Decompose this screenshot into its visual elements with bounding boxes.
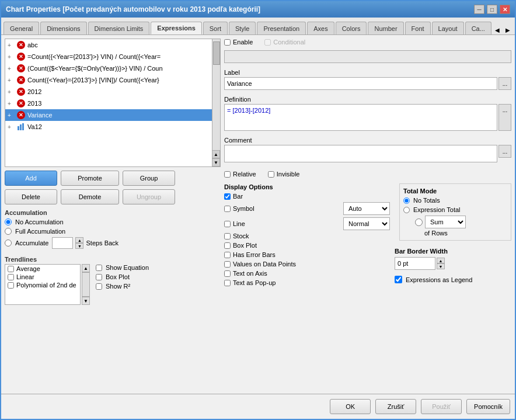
tab-font[interactable]: Font bbox=[405, 22, 431, 34]
trendline-average[interactable]: Average bbox=[5, 265, 80, 273]
scrollbar-thumb[interactable] bbox=[213, 41, 220, 65]
steps-spinner: ▲ ▼ bbox=[75, 237, 83, 249]
ok-button[interactable]: OK bbox=[330, 399, 371, 414]
scroll-up-arrow[interactable]: ▲ bbox=[212, 150, 220, 158]
demote-button[interactable]: Demote bbox=[61, 189, 119, 204]
radio-no-totals[interactable]: No Totals bbox=[403, 197, 507, 204]
sum-select[interactable]: Sum Min Max Avg bbox=[425, 216, 466, 228]
expression-list[interactable]: + ✕ abc + ✕ =Count({<Year={2013'}>} VIN)… bbox=[5, 39, 221, 167]
maximize-button[interactable]: □ bbox=[487, 5, 497, 14]
tab-layout[interactable]: Layout bbox=[432, 22, 464, 34]
check-box-plot[interactable]: Box Plot bbox=[96, 273, 149, 280]
relative-checkbox[interactable] bbox=[224, 171, 231, 178]
stock-checkbox[interactable] bbox=[224, 233, 231, 239]
tab-axes[interactable]: Axes bbox=[307, 22, 334, 34]
tab-presentation[interactable]: Presentation bbox=[257, 22, 306, 34]
trendline-poly[interactable]: Polynomial of 2nd de bbox=[5, 281, 80, 289]
tab-colors[interactable]: Colors bbox=[336, 22, 367, 34]
bar-border-input[interactable] bbox=[395, 257, 435, 270]
border-spinner: ▲ ▼ bbox=[437, 258, 445, 269]
tab-nav-left[interactable]: ◀ bbox=[493, 26, 502, 34]
conditional-field[interactable] bbox=[224, 50, 511, 63]
expr-legend-checkbox[interactable] bbox=[395, 276, 402, 283]
relative-check[interactable]: Relative bbox=[224, 171, 256, 178]
trendline-linear[interactable]: Linear bbox=[5, 273, 80, 281]
steps-up-btn[interactable]: ▲ bbox=[75, 237, 83, 243]
radio-no-accum-label: No Accumulation bbox=[15, 218, 64, 225]
symbol-checkbox[interactable] bbox=[224, 206, 231, 212]
close-button[interactable]: ✕ bbox=[500, 5, 510, 14]
total-mode-section: Total Mode No Totals Expression Total bbox=[399, 183, 511, 241]
conditional-check[interactable]: Conditional bbox=[264, 39, 305, 46]
tab-dimensions[interactable]: Dimensions bbox=[40, 22, 86, 34]
radio-full-accumulation[interactable]: Full Accumulation bbox=[5, 228, 221, 235]
error-bars-checkbox[interactable] bbox=[224, 252, 231, 258]
line-select[interactable]: Normal Thin Thick bbox=[343, 217, 390, 230]
bar-checkbox[interactable] bbox=[224, 193, 231, 200]
border-down-btn[interactable]: ▼ bbox=[437, 263, 445, 269]
group-button[interactable]: Group bbox=[123, 171, 175, 186]
border-up-btn[interactable]: ▲ bbox=[437, 258, 445, 263]
trendlines-down-btn[interactable]: ▼ bbox=[82, 297, 90, 305]
values-checkbox[interactable] bbox=[224, 261, 231, 268]
minimize-button[interactable]: ─ bbox=[474, 5, 484, 14]
trendline-linear-label: Linear bbox=[16, 273, 34, 280]
popup-checkbox[interactable] bbox=[224, 280, 231, 286]
line-checkbox[interactable] bbox=[224, 221, 231, 227]
label-title: Label bbox=[224, 69, 511, 76]
display-error-bars-row: Has Error Bars bbox=[224, 251, 390, 258]
radio-expr-total[interactable]: Expression Total bbox=[403, 206, 507, 213]
enable-check[interactable]: Enable bbox=[224, 39, 253, 46]
label-expand-btn[interactable]: ... bbox=[498, 77, 511, 90]
expr-item-2[interactable]: + ✕ (Count({$<Year={$(=Only(Year))}>} VI… bbox=[5, 63, 220, 74]
comment-field[interactable] bbox=[224, 145, 497, 162]
text-axis-checkbox[interactable] bbox=[224, 270, 231, 277]
label-input[interactable] bbox=[224, 77, 497, 90]
tab-sort[interactable]: Sort bbox=[203, 22, 228, 34]
definition-expand-btn[interactable]: ... bbox=[498, 104, 511, 131]
tab-nav-right[interactable]: ▶ bbox=[503, 26, 512, 34]
expr-item-2012[interactable]: + ✕ 2012 bbox=[5, 86, 220, 98]
comment-expand-btn[interactable]: ... bbox=[498, 145, 511, 158]
promote-button[interactable]: Promote bbox=[61, 171, 119, 186]
ungroup-button[interactable]: Ungroup bbox=[123, 189, 175, 204]
accumulation-title: Accumulation bbox=[5, 209, 221, 216]
check-show-equation[interactable]: Show Equation bbox=[96, 264, 149, 271]
conditional-checkbox[interactable] bbox=[264, 39, 271, 46]
expr-item-1[interactable]: + ✕ =Count({<Year={2013'}>} VIN) / Count… bbox=[5, 51, 220, 63]
apply-button[interactable]: Použiť bbox=[421, 399, 462, 414]
expr-item-variance[interactable]: + ✕ Variance bbox=[5, 109, 220, 121]
invisible-check[interactable]: Invisible bbox=[268, 171, 300, 178]
label-input-row: ... bbox=[224, 77, 511, 90]
trendlines-list[interactable]: Average Linear Polynomial of 2nd de bbox=[5, 264, 81, 305]
expr-item-va12[interactable]: + Va12 bbox=[5, 121, 220, 133]
steps-down-btn[interactable]: ▼ bbox=[75, 243, 83, 249]
definition-field[interactable]: = [2013]-[2012] bbox=[224, 104, 497, 131]
invisible-checkbox[interactable] bbox=[268, 171, 274, 178]
tab-number[interactable]: Number bbox=[368, 22, 403, 34]
add-button[interactable]: Add bbox=[5, 171, 57, 186]
expr-item-abc[interactable]: + ✕ abc bbox=[5, 39, 220, 51]
trendlines-up-btn[interactable]: ▲ bbox=[82, 264, 90, 272]
radio-accumulate-steps[interactable]: Accumulate 10 ▲ ▼ Steps Back bbox=[5, 237, 221, 249]
tab-expressions[interactable]: Expressions bbox=[151, 22, 201, 34]
expr-item-2013[interactable]: + ✕ 2013 bbox=[5, 98, 220, 109]
trendlines-section: Trendlines Average Linear Polynomial of … bbox=[5, 254, 221, 305]
expr-legend-row[interactable]: Expressions as Legend bbox=[395, 276, 511, 283]
expression-list-scrollbar[interactable]: ▲ ▼ bbox=[212, 39, 220, 166]
tab-general[interactable]: General bbox=[4, 22, 39, 34]
expr-item-3[interactable]: + ✕ Count({<Year}={2013'}>} [VIN])/ Coun… bbox=[5, 74, 220, 86]
symbol-select[interactable]: Auto Circle Square bbox=[343, 202, 390, 215]
radio-no-accumulation[interactable]: No Accumulation bbox=[5, 218, 221, 225]
tab-ca[interactable]: Ca... bbox=[465, 22, 491, 34]
boxplot-checkbox[interactable] bbox=[224, 242, 231, 249]
delete-button[interactable]: Delete bbox=[5, 189, 57, 204]
scroll-down-arrow[interactable]: ▼ bbox=[212, 158, 220, 166]
help-button[interactable]: Pomocník bbox=[466, 399, 510, 414]
enable-checkbox[interactable] bbox=[224, 39, 231, 46]
tab-dimension-limits[interactable]: Dimension Limits bbox=[88, 22, 150, 34]
tab-style[interactable]: Style bbox=[229, 22, 256, 34]
steps-input[interactable]: 10 bbox=[52, 237, 73, 249]
check-show-r2[interactable]: Show R² bbox=[96, 283, 149, 290]
cancel-button[interactable]: Zrušiť bbox=[375, 399, 416, 414]
